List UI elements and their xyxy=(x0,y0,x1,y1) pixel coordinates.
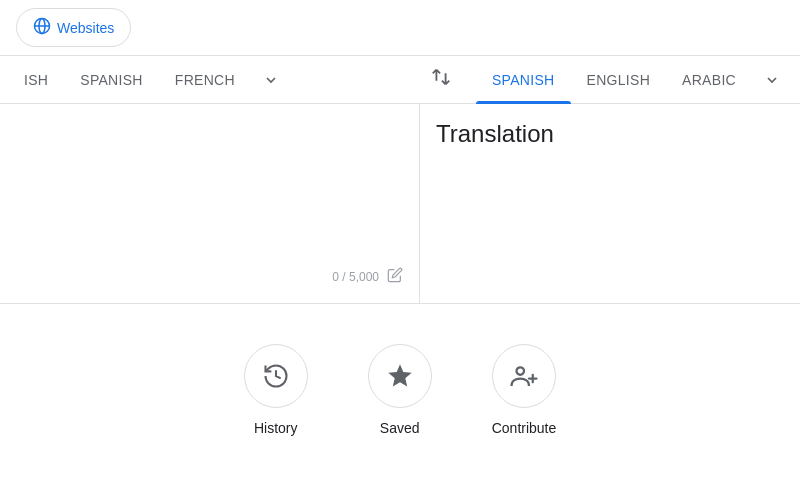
top-bar: Websites xyxy=(0,0,800,56)
char-count-row: 0 / 5,000 xyxy=(16,259,403,287)
lang-arabic[interactable]: ARABIC xyxy=(666,56,752,104)
svg-point-3 xyxy=(517,367,525,375)
lang-spanish-source[interactable]: SPANISH xyxy=(64,56,159,104)
source-text-input[interactable] xyxy=(16,120,403,259)
contribute-action[interactable]: Contribute xyxy=(492,344,557,436)
char-count: 0 / 5,000 xyxy=(332,270,379,284)
history-circle xyxy=(244,344,308,408)
swap-languages-button[interactable] xyxy=(414,66,468,93)
lang-spanish-target[interactable]: SPANISH xyxy=(476,56,571,104)
input-panel: 0 / 5,000 xyxy=(0,104,420,303)
saved-action[interactable]: Saved xyxy=(368,344,432,436)
bottom-actions: History Saved Contribute xyxy=(0,304,800,456)
history-action[interactable]: History xyxy=(244,344,308,436)
saved-circle xyxy=(368,344,432,408)
lang-english[interactable]: ENGLISH xyxy=(571,56,667,104)
target-lang-bar: SPANISH ENGLISH ARABIC xyxy=(468,56,800,104)
history-label: History xyxy=(254,420,298,436)
globe-icon xyxy=(33,17,51,38)
source-lang-bar: ISH SPANISH FRENCH xyxy=(0,56,414,104)
websites-button[interactable]: Websites xyxy=(16,8,131,47)
lang-ish[interactable]: ISH xyxy=(8,56,64,104)
saved-label: Saved xyxy=(380,420,420,436)
contribute-circle xyxy=(492,344,556,408)
output-panel: Translation xyxy=(420,104,800,303)
language-bar: ISH SPANISH FRENCH SPANISH ENGLISH ARABI… xyxy=(0,56,800,104)
translation-label: Translation xyxy=(436,120,554,147)
lang-french[interactable]: FRENCH xyxy=(159,56,251,104)
target-lang-dropdown[interactable] xyxy=(752,56,792,104)
contribute-label: Contribute xyxy=(492,420,557,436)
edit-icon[interactable] xyxy=(387,267,403,287)
source-lang-dropdown[interactable] xyxy=(251,56,291,104)
websites-label: Websites xyxy=(57,20,114,36)
translation-area: 0 / 5,000 Translation xyxy=(0,104,800,304)
